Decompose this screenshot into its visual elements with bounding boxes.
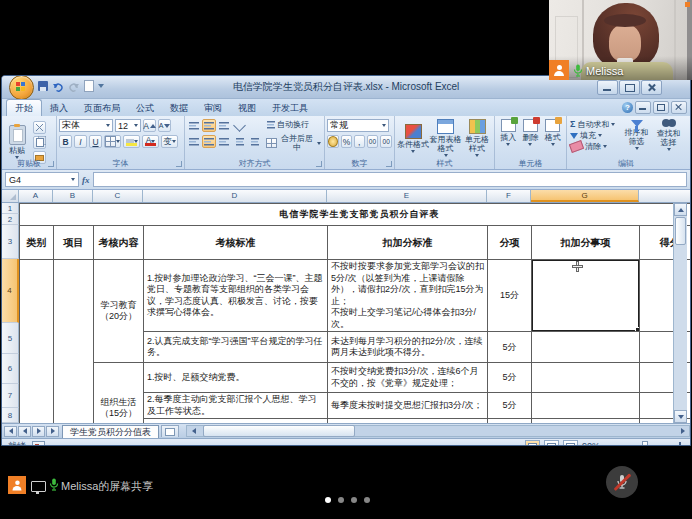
number-format-select[interactable]: 常规 xyxy=(327,119,389,132)
cell-standard-4[interactable]: 每季度未按时提交思想汇报扣3分/次； xyxy=(328,393,488,419)
header-project[interactable]: 项目 xyxy=(54,226,94,260)
comma-style-button[interactable]: , xyxy=(354,135,365,148)
alignment-dialog-launcher-icon[interactable] xyxy=(316,161,322,167)
align-bottom-icon[interactable] xyxy=(217,119,231,132)
tab-data[interactable]: 数据 xyxy=(162,100,196,116)
font-dialog-launcher-icon[interactable] xyxy=(176,161,182,167)
conditional-formatting-button[interactable]: 条件格式 xyxy=(397,119,429,157)
sheet-tab-active[interactable]: 学生党员积分分值表 xyxy=(62,425,159,438)
redo-icon[interactable] xyxy=(68,81,80,92)
wrap-text-button[interactable]: 自动换行 xyxy=(265,120,322,129)
next-sheet-button[interactable] xyxy=(32,426,45,437)
cell-styles-button[interactable]: 单元格样式 xyxy=(462,119,492,157)
horizontal-scrollbar[interactable] xyxy=(186,425,690,437)
column-header-c[interactable]: C xyxy=(93,190,143,202)
h-scroll-right-icon[interactable] xyxy=(676,426,689,437)
selected-cell-g4[interactable] xyxy=(532,260,640,332)
save-icon[interactable] xyxy=(38,81,48,91)
number-dialog-launcher-icon[interactable] xyxy=(386,161,392,167)
first-sheet-button[interactable] xyxy=(4,426,17,437)
cell-score-3[interactable]: 5分 xyxy=(488,363,532,393)
column-header-b[interactable]: B xyxy=(53,190,93,202)
row-header-1[interactable]: 1 xyxy=(2,203,19,214)
increase-decimal-button[interactable]: 00 xyxy=(367,135,379,148)
row-header-4[interactable]: 4 xyxy=(2,259,19,323)
column-header-e[interactable]: E xyxy=(327,190,487,202)
page-dot-1[interactable] xyxy=(325,497,331,503)
header-category[interactable]: 类别 xyxy=(20,226,54,260)
header-content[interactable]: 考核内容 xyxy=(94,226,144,260)
cell-score-2[interactable]: 5分 xyxy=(488,332,532,363)
customize-qat-icon[interactable] xyxy=(98,84,104,88)
cell-standard-2[interactable]: 未达到每月学习积分的扣2分/次，连续两月未达到此项不得分。 xyxy=(328,332,488,363)
currency-icon[interactable] xyxy=(327,135,339,148)
row-header-8[interactable]: 8 xyxy=(2,408,19,423)
column-header-g[interactable]: G xyxy=(531,190,639,202)
print-preview-icon[interactable] xyxy=(84,80,94,92)
paste-button[interactable]: 粘贴 xyxy=(4,119,30,164)
header-criteria[interactable]: 考核标准 xyxy=(144,226,328,260)
align-top-icon[interactable] xyxy=(187,119,201,132)
cell-section-org[interactable]: 组织生活（15分） xyxy=(94,363,144,424)
increase-indent-icon[interactable] xyxy=(247,135,261,148)
cell-score-1[interactable]: 15分 xyxy=(488,260,532,332)
scroll-down-icon[interactable] xyxy=(674,410,687,423)
cell-score-5[interactable]: 5分 xyxy=(488,419,532,424)
phonetic-guide-button[interactable]: 变 xyxy=(161,135,178,148)
row-header-2[interactable]: 2 xyxy=(2,214,19,225)
page-break-view-button[interactable] xyxy=(563,440,578,446)
row-header-6[interactable]: 6 xyxy=(2,354,19,384)
prev-sheet-button[interactable] xyxy=(18,426,31,437)
fill-color-button[interactable] xyxy=(123,135,140,148)
align-right-icon[interactable] xyxy=(217,135,231,148)
column-header-f[interactable]: F xyxy=(487,190,531,202)
undo-icon[interactable] xyxy=(52,81,64,92)
page-layout-view-button[interactable] xyxy=(544,440,559,446)
merge-center-button[interactable]: 合并后居中 xyxy=(265,134,322,152)
tab-home[interactable]: 开始 xyxy=(6,99,42,116)
find-select-button[interactable]: 查找和选择 xyxy=(654,119,683,151)
decrease-indent-icon[interactable] xyxy=(232,135,246,148)
align-center-icon[interactable] xyxy=(202,135,216,148)
cell-adjust-5[interactable] xyxy=(532,419,640,424)
percent-button[interactable]: % xyxy=(341,135,352,148)
workbook-close-button[interactable] xyxy=(671,101,687,114)
cell-standard-3[interactable]: 不按时交纳党费扣3分/次，连续6个月不交的，按《党章》规定处理； xyxy=(328,363,488,393)
underline-button[interactable]: U xyxy=(89,135,102,148)
format-as-table-button[interactable]: 套用表格格式 xyxy=(429,119,462,157)
scroll-up-icon[interactable] xyxy=(674,203,687,216)
font-color-button[interactable]: A xyxy=(142,135,159,148)
minimize-button[interactable] xyxy=(597,80,618,95)
align-left-icon[interactable] xyxy=(187,135,201,148)
cell-criteria-1[interactable]: 1.按时参加理论政治学习、“三会一课”、主题党日、专题教育等支部组织的各类学习会… xyxy=(144,260,328,332)
cell-adjust-3[interactable] xyxy=(532,363,640,393)
header-score[interactable]: 分项 xyxy=(488,226,532,260)
vertical-scroll-thumb[interactable] xyxy=(675,217,686,245)
select-all-corner[interactable] xyxy=(2,190,19,202)
cut-icon[interactable] xyxy=(33,121,46,134)
zoom-slider-thumb[interactable] xyxy=(642,441,648,446)
fill-handle[interactable] xyxy=(635,327,640,332)
name-box[interactable]: G4 xyxy=(5,172,79,187)
page-dot-3[interactable] xyxy=(351,497,357,503)
header-standard[interactable]: 扣加分标准 xyxy=(328,226,488,260)
cell-criteria-2[interactable]: 2.认真完成支部“学习强国”平台规定的学习任务。 xyxy=(144,332,328,363)
row-header-7[interactable]: 7 xyxy=(2,384,19,408)
macro-record-icon[interactable] xyxy=(32,441,45,447)
borders-button[interactable] xyxy=(104,135,121,148)
header-adjust-item[interactable]: 扣加分事项 xyxy=(532,226,640,260)
autosum-button[interactable]: Σ 自动求和 xyxy=(569,119,619,129)
cell-project[interactable] xyxy=(54,260,94,424)
sort-filter-button[interactable]: 排序和筛选 xyxy=(622,119,651,151)
clipboard-dialog-launcher-icon[interactable] xyxy=(48,161,54,167)
office-button[interactable] xyxy=(9,75,34,100)
close-button[interactable] xyxy=(641,80,662,95)
font-name-select[interactable]: 宋体 xyxy=(59,119,113,132)
align-middle-icon[interactable] xyxy=(202,119,216,132)
row-header-5[interactable]: 5 xyxy=(2,323,19,354)
cell-standard-5[interactable]: 不按时按要求参加支部安排的组织生活会、民主评议此项不得分。 xyxy=(328,419,488,424)
tab-developer[interactable]: 开发工具 xyxy=(264,100,316,116)
fill-button[interactable]: 填充 xyxy=(569,131,619,140)
cell-standard-1[interactable]: 不按时按要求参加党支部学习会议的扣5分/次（以签到为准，上课请假除外），请假扣2… xyxy=(328,260,488,332)
shrink-font-button[interactable]: A xyxy=(158,119,171,132)
